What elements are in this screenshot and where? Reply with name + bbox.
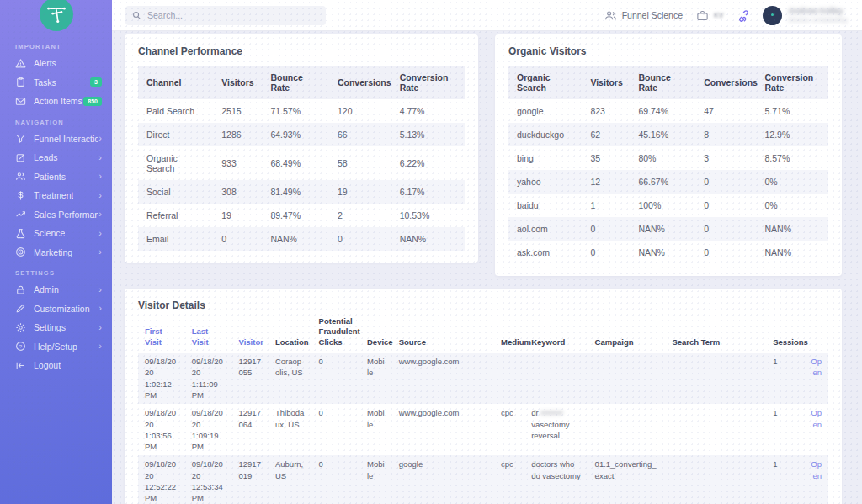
sidebar-item-logout[interactable]: Logout (0, 356, 112, 375)
column-header-first-visit[interactable]: First Visit (138, 315, 185, 353)
cell-source: www.google.com (392, 404, 494, 455)
cell: 71.57% (262, 99, 329, 123)
cell-visitor: 12917055 (232, 353, 269, 404)
cell: 69.74% (630, 99, 695, 123)
table-row: 09/18/2020 1:03:56 PM09/18/2020 1:09:19 … (138, 404, 828, 455)
column-header-visitor[interactable]: Visitor (232, 315, 269, 353)
cell: Direct (138, 123, 213, 146)
main-area: Funnel Science KV (112, 0, 862, 504)
column-header-visitors: Visitors (582, 66, 630, 99)
help-icon: ? (15, 341, 26, 352)
link-icon[interactable] (737, 9, 749, 22)
cell: duckduckgo (508, 123, 582, 146)
channel-performance-table: ChannelVisitorsBounce RateConversionsCon… (138, 66, 465, 251)
column-header-location: Location (269, 315, 312, 353)
pencil-icon (15, 303, 26, 314)
sidebar-item-marketing[interactable]: Marketing› (0, 243, 112, 263)
cell: 0 (329, 227, 391, 251)
cell: NAN% (630, 217, 695, 241)
sidebar-item-customization[interactable]: Customization› (0, 300, 112, 319)
visitor-details-title: Visitor Details (138, 300, 828, 311)
cell-device: Mobile (360, 353, 392, 404)
table-row: bing3580%38.57% (508, 146, 828, 170)
channel-performance-card: Channel Performance ChannelVisitorsBounc… (125, 34, 478, 263)
sidebar-item-patients[interactable]: Patients› (0, 167, 112, 187)
topbar-right: Funnel Science KV (604, 6, 847, 25)
cell-campaign (588, 404, 666, 455)
cell: 35 (582, 146, 630, 170)
channel-performance-title: Channel Performance (138, 45, 465, 57)
cell-keyword: doctors who do vasectomy (524, 455, 588, 504)
table-row: yahoo1266.67%00% (508, 170, 828, 194)
cell-open: Open (802, 404, 828, 455)
sidebar-item-science[interactable]: Science› (0, 224, 112, 243)
cell: NAN% (391, 227, 465, 251)
cell: 0 (213, 227, 262, 251)
cell-medium: cpc (494, 455, 524, 504)
cell-search_term (665, 455, 766, 504)
sidebar-item-funnel-interactions[interactable]: Funnel Interactions› (0, 130, 112, 149)
cell-fraud: 0 (312, 404, 360, 455)
chevron-right-icon: › (98, 153, 102, 162)
sidebar-section-label: NAVIGATION (0, 111, 112, 130)
table-header-row: Organic SearchVisitorsBounce RateConvers… (508, 66, 828, 99)
cell: 0 (695, 194, 756, 217)
cell-device: Mobile (360, 455, 392, 504)
cell: 58 (329, 146, 391, 180)
cell-search_term (665, 353, 766, 404)
sidebar-item-label: Science (34, 228, 65, 238)
search-input[interactable] (147, 10, 319, 20)
column-header-conversion-rate: Conversion Rate (391, 66, 465, 99)
cell: 308 (213, 180, 262, 204)
cell: 8 (695, 123, 756, 146)
cell-source: www.google.com (392, 353, 494, 404)
workspace-menu[interactable]: KV (696, 9, 723, 22)
sidebar-item-admin[interactable]: Admin› (0, 280, 112, 300)
column-header-last-visit[interactable]: Last Visit (185, 315, 232, 353)
sidebar-item-label: Action Items (34, 96, 82, 106)
org-menu[interactable]: Funnel Science (604, 9, 683, 22)
sidebar-item-label: Marketing (34, 247, 72, 257)
column-header-organic-search: Organic Search (508, 66, 582, 99)
cell: 66 (329, 123, 391, 146)
cell: 12.9% (756, 123, 828, 146)
sidebar-item-settings[interactable]: Settings› (0, 318, 112, 337)
table-row: 09/18/2020 1:02:12 PM09/18/2020 1:11:09 … (138, 353, 828, 404)
chevron-right-icon: › (98, 247, 102, 257)
cell: 62 (582, 123, 630, 146)
open-link[interactable]: Open (811, 408, 822, 428)
chevron-right-icon: › (98, 172, 102, 181)
sidebar-item-help-setup[interactable]: ?Help/Setup› (0, 337, 112, 357)
user-title: Director of Marketing (788, 16, 847, 24)
column-header-keyword: Keyword (524, 315, 588, 353)
cell-visitor: 12917019 (232, 455, 269, 504)
column-header-bounce-rate: Bounce Rate (262, 66, 329, 99)
cell: 0 (582, 217, 630, 241)
cell-search_term (665, 404, 766, 455)
sidebar-item-sales-performance[interactable]: Sales Performance› (0, 205, 112, 225)
table-row: aol.com0NAN%0NAN% (508, 217, 828, 241)
open-link[interactable]: Open (811, 357, 822, 377)
sidebar-item-action-items[interactable]: Action Items850 (0, 92, 112, 111)
cell: NAN% (262, 227, 329, 251)
cell: 6.17% (391, 180, 465, 204)
sidebar-item-leads[interactable]: Leads› (0, 148, 112, 167)
cell-first: 09/18/2020 1:03:56 PM (138, 404, 185, 455)
flask-icon (15, 228, 26, 239)
cell-last: 09/18/2020 12:53:34 PM (185, 455, 232, 504)
cell: 4.77% (391, 99, 465, 123)
org-name: Funnel Science (622, 10, 683, 20)
cell: 68.49% (262, 146, 329, 180)
sidebar-item-treatment[interactable]: Treatment› (0, 186, 112, 205)
column-header-potential-fraudulent-clicks: Potential Fraudulent Clicks (312, 315, 360, 353)
logout-icon (15, 360, 26, 371)
cell-open: Open (802, 353, 828, 404)
sidebar-nav: IMPORTANTAlertsTasks3Action Items850NAVI… (0, 35, 112, 375)
sidebar-item-alerts[interactable]: Alerts (0, 54, 112, 73)
funnel-science-logo[interactable] (40, 0, 73, 31)
avatar (763, 6, 782, 25)
cell-last: 09/18/2020 1:09:19 PM (185, 404, 232, 455)
sidebar-item-tasks[interactable]: Tasks3 (0, 73, 112, 93)
open-link[interactable]: Open (811, 459, 822, 480)
user-menu[interactable]: Andrew Kelley Director of Marketing (763, 6, 847, 25)
